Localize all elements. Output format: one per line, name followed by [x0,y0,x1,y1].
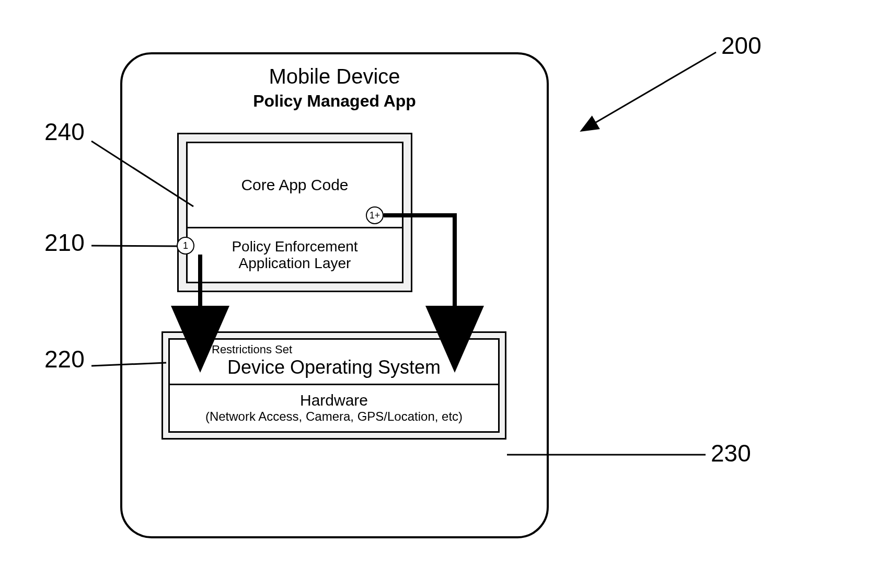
device-os-title: Device Operating System [175,356,493,378]
core-app-code-label: Core App Code [241,176,348,194]
hardware-sub: (Network Access, Camera, GPS/Location, e… [175,409,493,424]
ref-210-label: 210 [44,228,85,257]
device-os-box: Restrictions Set Device Operating System [168,338,500,384]
mobile-device-box: Mobile Device Policy Managed App Core Ap… [120,52,549,538]
policy-enforcement-layer-label: Policy Enforcement Application Layer [232,238,357,272]
badge-one: 1 [177,237,194,255]
ref-200-label: 200 [721,31,761,60]
policy-enforcement-layer-box: Policy Enforcement Application Layer [186,227,403,283]
mobile-device-title: Mobile Device [122,65,547,88]
badge-one-plus-label: 1+ [370,210,380,221]
ref-230-label: 230 [711,439,751,467]
policy-managed-app-title: Policy Managed App [122,91,547,111]
hardware-title: Hardware [175,391,493,409]
ref-220-label: 220 [44,345,85,373]
restrictions-set-label: Restrictions Set [175,343,493,356]
badge-one-label: 1 [183,240,188,251]
hardware-box: Hardware (Network Access, Camera, GPS/Lo… [168,384,500,433]
badge-one-plus: 1+ [366,206,384,224]
lead-line-200 [591,52,716,125]
bottom-stack-box: Restrictions Set Device Operating System… [161,331,506,440]
ref-240-label: 240 [44,118,85,146]
